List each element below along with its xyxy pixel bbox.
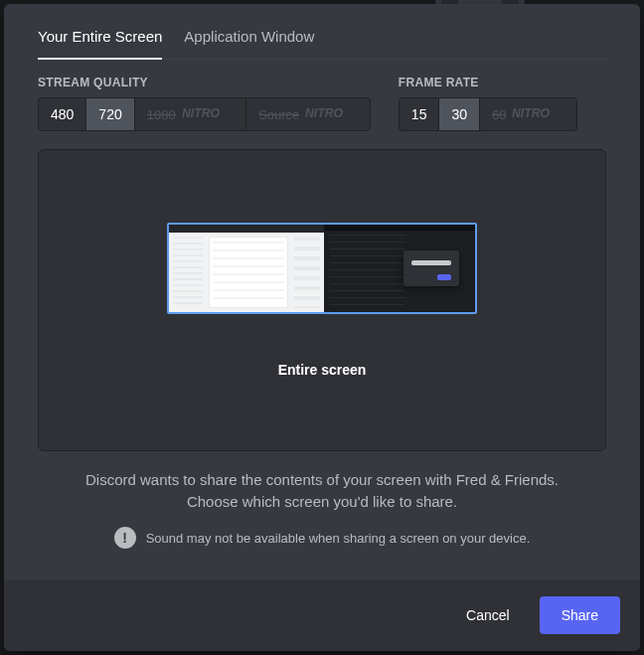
framerate-60-label: 60 [492,107,506,122]
share-button[interactable]: Share [540,596,620,634]
quality-1080-locked: 1080 NITRO [134,98,245,130]
framerate-15-button[interactable]: 15 [400,98,439,130]
quality-source-label: Source [258,107,299,122]
screen-share-modal: Your Entire Screen Application Window ST… [4,4,640,651]
frame-rate-group: FRAME RATE 15 30 60 NITRO [399,76,577,131]
screen-thumbnail-label: Entire screen [278,362,367,378]
nitro-badge-icon: NITRO [182,106,235,123]
framerate-30-button[interactable]: 30 [438,98,479,130]
quality-1080-label: 1080 [147,107,176,122]
quality-720-button[interactable]: 720 [85,98,133,130]
nitro-badge-icon: NITRO [305,106,358,123]
svg-text:NITRO: NITRO [182,106,221,120]
stream-quality-label: STREAM QUALITY [38,76,371,89]
share-description: Discord wants to share the contents of y… [38,469,606,513]
svg-text:NITRO: NITRO [305,106,344,120]
quality-480-button[interactable]: 480 [39,98,85,130]
svg-text:NITRO: NITRO [512,106,551,120]
warning-icon: ! [114,527,136,549]
screen-preview-area: Entire screen [38,149,606,451]
source-tabs: Your Entire Screen Application Window [38,24,606,60]
frame-rate-label: FRAME RATE [399,76,577,89]
framerate-60-locked: 60 NITRO [479,98,576,130]
cancel-button[interactable]: Cancel [444,596,532,634]
quality-source-locked: Source NITRO [245,98,370,130]
tab-entire-screen[interactable]: Your Entire Screen [38,24,162,59]
stream-quality-segmented: 480 720 1080 NITRO Source NITRO [38,97,371,131]
thumbnail-left-window [169,225,324,312]
share-description-line1: Discord wants to share the contents of y… [38,469,606,491]
screen-thumbnail[interactable] [167,223,477,314]
frame-rate-segmented: 15 30 60 NITRO [399,97,577,131]
thumbnail-right-window [324,225,475,312]
share-description-line2: Choose which screen you'd like to share. [38,491,606,513]
sound-warning: ! Sound may not be available when sharin… [38,527,606,549]
nitro-badge-icon: NITRO [512,106,564,123]
sound-warning-text: Sound may not be available when sharing … [146,531,531,546]
stream-quality-group: STREAM QUALITY 480 720 1080 NITRO Source… [38,76,371,131]
modal-footer: Cancel Share [4,579,640,651]
tab-application-window[interactable]: Application Window [184,24,314,59]
